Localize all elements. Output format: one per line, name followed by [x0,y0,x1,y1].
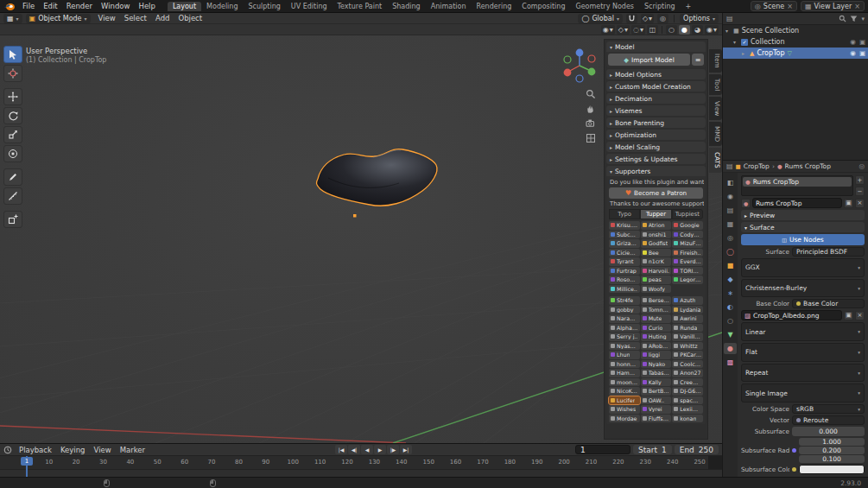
snap-target-dropdown[interactable]: ◇▾ [641,14,654,23]
vector-input[interactable]: Reroute [792,415,865,425]
workspace-tab[interactable]: Geometry Nodes [571,2,639,11]
xray-toggle-icon[interactable]: ◫ [647,25,658,35]
filter-icon[interactable] [850,15,858,22]
tab-material[interactable]: ● [724,343,737,354]
supporter-chip[interactable]: Vanilla.. [672,333,703,341]
transform-tool[interactable] [3,145,22,162]
cursor-tool[interactable] [3,65,22,82]
tab-modifiers[interactable]: ◆ [724,274,737,285]
transport-button[interactable]: |▶ [387,445,399,454]
supporter-chip[interactable]: Wishes [609,405,640,414]
menu-item[interactable]: Help [134,2,159,10]
timeline-menu-item[interactable]: Playback [15,446,56,454]
viewport-canvas[interactable]: User Perspective (1) Collection | CropTo… [0,35,722,443]
supporter-chip[interactable]: Naranar [609,314,640,323]
move-tool[interactable] [3,88,22,105]
scene-unlink-icon[interactable]: × [787,3,793,10]
view-layer-selector[interactable]: ▦ View Layer × [801,1,865,11]
timeline-ruler[interactable]: 1020304050607080901001101201301401501601… [0,456,722,470]
become-patron-button[interactable]: ♥ Become a Patron [609,187,703,199]
supporter-chip[interactable]: Anon27 [672,369,703,377]
editor-type-dropdown[interactable]: ▦ ▾ [3,14,22,23]
projection-dropdown[interactable]: Flat▾ [741,343,865,362]
import-options-menu-button[interactable]: ≡ [692,54,704,66]
outliner-editor-icon[interactable]: ▤ [726,15,733,22]
material-slot-list[interactable]: ● Rums CropTop [741,175,853,196]
breadcrumb-material[interactable]: Rums CropTop [785,162,831,170]
workspace-tab[interactable]: Animation [426,2,472,11]
supporter-chip[interactable]: AlphaS.. [609,324,640,333]
supporter-chip[interactable]: Rosoby.. [609,276,640,284]
tab-world[interactable]: ◯ [724,246,737,257]
preview-section-header[interactable]: ▸ Preview [741,210,865,220]
transport-button[interactable]: ◀ [361,445,373,454]
transport-button[interactable]: ▶ [374,445,386,454]
workspace-tab[interactable]: UV Editing [286,2,333,11]
workspace-tab[interactable]: Layout [168,2,201,11]
supporter-chip[interactable]: gobby [609,306,640,314]
timeline-editor-icon[interactable] [3,446,12,454]
supporter-chip[interactable]: n1crK [641,257,672,266]
end-frame-field[interactable]: End250 [675,445,719,454]
unlink-material-button[interactable]: × [855,199,865,208]
timeline-menu-item[interactable]: View [90,446,116,454]
supporter-chip[interactable]: Azuth [672,296,703,305]
supporter-chip[interactable]: Cicieasa [609,249,640,257]
sidebar-tab[interactable]: MMD [709,122,722,146]
supporter-chip[interactable]: MizuFox [672,239,703,248]
supporter-chip[interactable]: GrizaSelf [609,239,640,248]
annotate-tool[interactable] [3,168,22,186]
panel-section-collapsed[interactable]: ▸ Decimation [606,93,706,104]
croptop-object[interactable] [316,149,437,206]
viewport-menu-item[interactable]: Add [151,14,174,22]
gizmo-x-axis[interactable] [564,69,572,77]
workspace-tab[interactable]: Shading [387,2,426,11]
shading-material-icon[interactable]: ◕ [692,25,703,35]
expand-triangle-icon[interactable]: ▾ [725,28,731,34]
transform-orientation-dropdown[interactable]: ◯ Global ▾ [578,14,623,23]
supporter-chip[interactable]: Lucifer [609,396,640,405]
supporter-chip[interactable]: Hamm.. [609,369,640,377]
interpolation-dropdown[interactable]: Linear▾ [741,322,865,341]
hide-viewport-icon[interactable]: ◉ [850,38,856,46]
scale-tool[interactable] [3,126,22,143]
supporter-chip[interactable]: Furtrap [609,267,640,276]
zoom-icon[interactable] [586,89,596,99]
supporter-chip[interactable]: BertBOT [641,387,672,396]
snap-magnet-icon[interactable] [626,14,637,23]
sidebar-tab[interactable]: Tool [709,74,722,95]
search-icon[interactable] [839,15,846,22]
gizmo-z-neg[interactable] [576,75,583,82]
playhead-frame-badge[interactable]: 1 [21,457,33,466]
image-datablock-field[interactable]: ▨ CropTop_Albedo.png [741,310,842,320]
subsurface-value-field[interactable]: 0.000 [792,427,865,436]
supporter-chip[interactable]: Tomnau.. [641,306,672,314]
start-frame-field[interactable]: Start1 [633,445,672,454]
supporter-chip[interactable]: Awrini [672,314,703,323]
tab-object-data[interactable]: ▼ [724,329,737,340]
outliner-row-croptop[interactable]: ▸ ▲ CropTop ▽ ◉ ▣ [723,48,868,59]
shading-solid-icon[interactable]: ● [679,25,690,35]
tab-output[interactable]: ▤ [724,205,737,216]
pin-id-icon[interactable]: ◎ [858,162,865,170]
supporter-chip[interactable]: Subcom [609,231,640,239]
panel-model-header[interactable]: ▾ Model [606,41,706,52]
supporter-chip[interactable]: Runda [672,324,703,333]
collection-checkbox[interactable]: ✓ [741,39,748,46]
supporter-chip[interactable]: Kally [641,378,672,387]
extension-dropdown[interactable]: Repeat▾ [741,364,865,383]
workspace-tab[interactable]: Compositing [516,2,570,11]
radius-value-field[interactable]: 1.000 [799,438,865,446]
gizmo-z-axis[interactable] [576,49,584,57]
material-slot-row[interactable]: ● Rums CropTop [743,177,852,187]
supporter-chip[interactable]: Tyrant [609,257,640,266]
supporter-chip[interactable]: ARobot.. [641,342,672,351]
supporters-tab[interactable]: Tuppiest [672,209,703,219]
supporter-chip[interactable]: onshi1 [641,231,672,239]
outliner-options-icon[interactable]: ▾ [861,16,865,22]
workspace-tab[interactable]: Scripting [639,2,681,11]
supporter-chip[interactable]: Krisu.M.. [609,221,640,230]
mode-dropdown[interactable]: ▣ Object Mode ▾ [26,14,91,23]
supporter-chip[interactable]: spacecat [672,396,703,405]
supporter-chip[interactable]: Coolca.. [672,360,703,369]
